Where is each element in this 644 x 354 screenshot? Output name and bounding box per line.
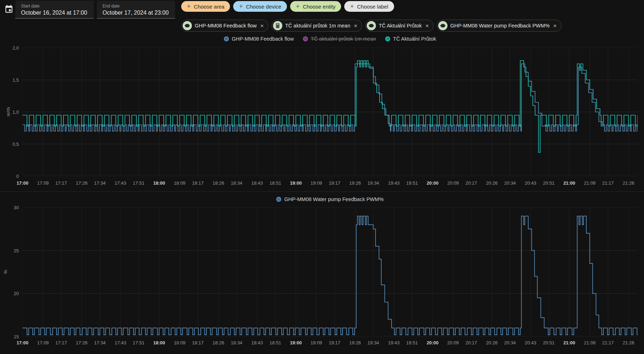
x-axis-tick-label: 18:09 (174, 180, 185, 186)
filter-chip-label: Choose device (246, 4, 281, 10)
x-axis-tick-label: 20:43 (525, 340, 536, 345)
y-axis-tick-label: 25 (3, 248, 19, 253)
x-axis-tick-label: 19:51 (406, 340, 418, 345)
x-axis-tick-label: 21:26 (623, 340, 634, 345)
entity-chip[interactable]: GHP-MM08 Water pump Feedback PWM%× (437, 20, 561, 32)
y-axis-tick-label: 1,5 (3, 77, 19, 83)
x-axis-tick-label: 19:26 (349, 180, 361, 186)
x-axis-tick-label: 18:00 (153, 340, 165, 345)
x-axis-tick-label: 19:00 (290, 340, 302, 345)
close-icon[interactable]: × (353, 23, 358, 29)
eye-icon (367, 21, 376, 30)
x-axis-tick-label: 19:17 (329, 180, 341, 186)
filter-chip-label: Choose area (194, 4, 225, 10)
x-axis-tick-label: 18:34 (231, 180, 242, 186)
x-axis-tick-label: 19:09 (310, 340, 322, 345)
close-icon[interactable]: × (260, 23, 265, 29)
legend-item[interactable]: TČ aktuální průtok 1m mean (303, 36, 376, 42)
plus-icon: + (239, 3, 243, 10)
eye-icon-glyph (368, 23, 374, 29)
chart-plot-area[interactable] (22, 207, 638, 337)
close-icon[interactable]: × (553, 23, 557, 29)
x-axis-tick-label: 17:51 (133, 180, 145, 186)
x-axis-tick-label: 18:09 (174, 340, 185, 345)
close-icon[interactable]: × (425, 23, 430, 29)
legend-item[interactable]: GHP-MM08 Feedback flow (224, 36, 294, 42)
entity-chip[interactable]: TČ aktuální průtok 1m mean× (272, 20, 362, 32)
y-axis-tick-label: 0,5 (3, 142, 19, 147)
x-axis-tick-label: 20:51 (543, 180, 555, 186)
x-axis-tick-label: 18:51 (269, 340, 281, 345)
x-axis-tick-label: 18:26 (213, 180, 224, 186)
start-date-value: October 16, 2024 at 17:00 (21, 9, 94, 17)
x-axis-tick-label: 18:43 (251, 340, 263, 345)
filter-chip-choose-entity[interactable]: +Choose entity (290, 1, 341, 12)
x-axis-tick-label: 17:34 (94, 180, 106, 186)
legend-item[interactable]: GHP-MM08 Water pump Feedback PWM% (276, 196, 383, 202)
legend-item[interactable]: TČ Aktuální Průtok (385, 36, 436, 42)
chart1-legend: GHP-MM08 Feedback flowTČ aktuální průtok… (22, 36, 638, 42)
plus-icon: + (187, 3, 191, 10)
x-axis-tick-label: 17:09 (37, 180, 49, 186)
chart-plot-area[interactable] (22, 48, 638, 176)
filter-chip-label: Choose label (357, 4, 388, 10)
legend-label: GHP-MM08 Water pump Feedback PWM% (284, 196, 383, 202)
x-axis-tick-label: 19:09 (310, 180, 322, 186)
x-axis-tick-label: 18:26 (213, 340, 224, 345)
filter-chip-choose-label[interactable]: +Choose label (344, 1, 394, 12)
legend-label: TČ aktuální průtok 1m mean (311, 36, 376, 42)
end-date-value: October 17, 2024 at 23:00 (103, 9, 175, 17)
y-axis-tick-label: 20 (3, 291, 19, 296)
x-axis-tick-label: 19:43 (388, 340, 400, 345)
x-axis-tick-label: 21:26 (623, 180, 634, 186)
entity-chip-label: GHP-MM08 Water pump Feedback PWM% (450, 23, 550, 29)
x-axis-tick-label: 17:17 (56, 180, 67, 186)
filter-chip-row: +Choose area+Choose device+Choose entity… (181, 1, 394, 12)
start-date-field[interactable]: Start date October 16, 2024 at 17:00 (15, 1, 94, 19)
y-axis-tick-label: 0 (3, 174, 19, 179)
x-axis-tick-label: 19:51 (406, 180, 418, 186)
filter-chip-choose-area[interactable]: +Choose area (181, 1, 230, 12)
y-axis-tick-label: 2,0 (3, 45, 19, 51)
x-axis-tick-label: 20:17 (466, 340, 477, 345)
entity-chip-label: TČ Aktuální Průtok (379, 23, 422, 29)
entity-chip-label: GHP-MM08 Feedback flow (195, 23, 257, 29)
x-axis-tick-label: 17:00 (16, 340, 28, 345)
x-axis-tick-label: 17:43 (115, 180, 126, 186)
y-axis-tick-label: 30 (3, 205, 19, 210)
x-axis-tick-label: 20:17 (466, 180, 477, 186)
x-axis-tick-label: 21:09 (584, 180, 596, 186)
x-axis-tick-label: 18:51 (269, 180, 281, 186)
end-date-field[interactable]: End date October 17, 2024 at 23:00 (97, 1, 175, 19)
x-axis-tick-label: 17:17 (56, 340, 67, 345)
x-axis-tick-label: 18:34 (231, 340, 242, 345)
filter-chip-choose-device[interactable]: +Choose device (233, 1, 287, 12)
x-axis-tick-label: 21:00 (563, 180, 575, 186)
eye-icon-glyph (184, 23, 190, 29)
entity-chip[interactable]: GHP-MM08 Feedback flow× (181, 20, 268, 32)
entity-chip[interactable]: TČ Aktuální Průtok× (365, 20, 434, 32)
calendar-icon[interactable] (4, 4, 14, 15)
x-axis-tick-label: 17:34 (94, 340, 106, 345)
x-axis-tick-label: 20:34 (504, 340, 516, 345)
x-axis-tick-label: 20:34 (504, 180, 516, 186)
eye-icon-glyph (440, 23, 446, 29)
legend-label: TČ Aktuální Průtok (393, 36, 436, 42)
eye-icon (438, 21, 447, 30)
x-axis-tick-label: 17:51 (133, 340, 145, 345)
x-axis-tick-label: 19:34 (367, 180, 379, 186)
x-axis-tick-label: 19:17 (329, 340, 341, 345)
x-axis-tick-label: 19:26 (349, 340, 361, 345)
x-axis-tick-label: 19:43 (388, 180, 400, 186)
entity-chip-row: GHP-MM08 Feedback flow×TČ aktuální průto… (181, 20, 561, 32)
x-axis-tick-label: 21:17 (602, 180, 614, 186)
legend-dot (276, 197, 281, 202)
filter-chip-label: Choose entity (303, 4, 336, 10)
plus-icon: + (296, 3, 300, 10)
x-axis-tick-label: 18:17 (192, 180, 204, 186)
series-line (22, 61, 638, 152)
x-axis-tick-label: 20:09 (447, 340, 459, 345)
x-axis-tick-label: 19:00 (290, 180, 302, 186)
entity-chip-label: TČ aktuální průtok 1m mean (285, 23, 350, 29)
x-axis-tick-label: 17:09 (37, 340, 49, 345)
